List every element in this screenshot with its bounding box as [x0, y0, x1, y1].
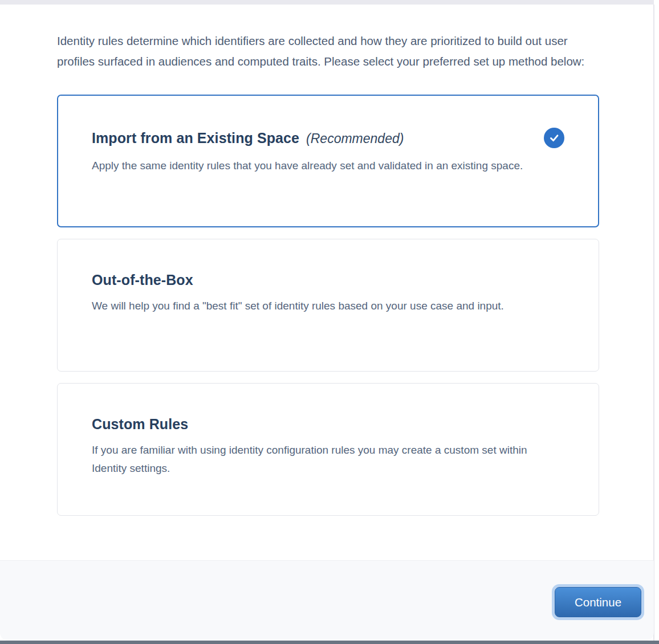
option-title-group: Out-of-the-Box — [92, 272, 193, 288]
option-description: If you are familiar with using identity … — [92, 441, 532, 478]
selected-check-icon — [544, 128, 564, 148]
option-card-header: Import from an Existing Space (Recommend… — [92, 128, 564, 148]
option-title-group: Custom Rules — [92, 416, 188, 433]
option-title: Custom Rules — [92, 416, 188, 433]
option-description: We will help you find a "best fit" set o… — [92, 297, 564, 315]
recommended-badge: (Recommended) — [306, 131, 404, 146]
option-card-header: Custom Rules — [92, 416, 564, 433]
option-card-custom-rules[interactable]: Custom Rules If you are familiar with us… — [57, 383, 599, 516]
modal-footer: Continue — [0, 560, 654, 641]
option-card-out-of-the-box[interactable]: Out-of-the-Box We will help you find a "… — [57, 239, 599, 372]
identity-rules-setup-modal-body: Identity rules determine which identifie… — [0, 0, 659, 644]
modal-content: Identity rules determine which identifie… — [0, 5, 654, 527]
option-card-import-existing-space[interactable]: Import from an Existing Space (Recommend… — [57, 95, 599, 227]
option-title-group: Import from an Existing Space (Recommend… — [92, 130, 404, 146]
top-edge-divider — [0, 0, 654, 5]
option-description: Apply the same identity rules that you h… — [92, 157, 542, 175]
modal-bottom-edge — [0, 641, 659, 644]
setup-method-options: Import from an Existing Space (Recommend… — [57, 95, 599, 516]
continue-button[interactable]: Continue — [555, 587, 641, 617]
intro-text: Identity rules determine which identifie… — [57, 31, 600, 72]
option-card-header: Out-of-the-Box — [92, 272, 564, 288]
option-title: Out-of-the-Box — [92, 272, 193, 288]
option-title: Import from an Existing Space — [92, 130, 299, 146]
